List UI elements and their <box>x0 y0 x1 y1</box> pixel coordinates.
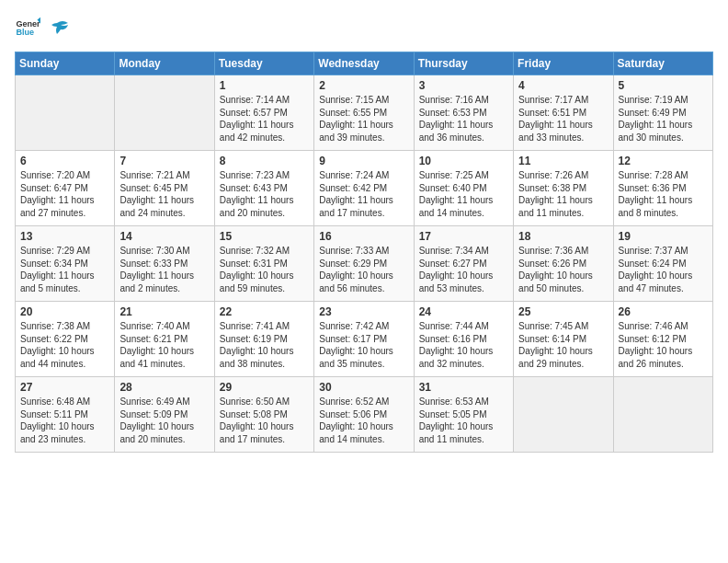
day-detail: Sunrise: 7:29 AM Sunset: 6:34 PM Dayligh… <box>20 245 109 294</box>
day-detail: Sunrise: 7:32 AM Sunset: 6:31 PM Dayligh… <box>220 245 309 294</box>
calendar-cell: 25Sunrise: 7:45 AM Sunset: 6:14 PM Dayli… <box>514 302 613 377</box>
day-header-sunday: Sunday <box>16 52 115 75</box>
day-number: 7 <box>119 155 209 167</box>
calendar-cell: 13Sunrise: 7:29 AM Sunset: 6:34 PM Dayli… <box>16 226 115 302</box>
day-detail: Sunrise: 7:36 AM Sunset: 6:26 PM Dayligh… <box>518 245 608 294</box>
day-header-thursday: Thursday <box>414 52 513 75</box>
calendar-cell: 21Sunrise: 7:40 AM Sunset: 6:21 PM Dayli… <box>115 302 214 377</box>
calendar-cell <box>16 75 115 151</box>
day-number: 28 <box>119 381 209 394</box>
day-detail: Sunrise: 7:25 AM Sunset: 6:40 PM Dayligh… <box>419 169 508 219</box>
day-number: 15 <box>220 230 309 243</box>
calendar-cell: 11Sunrise: 7:26 AM Sunset: 6:38 PM Dayli… <box>514 151 613 226</box>
day-detail: Sunrise: 7:33 AM Sunset: 6:29 PM Dayligh… <box>319 245 408 294</box>
day-number: 16 <box>319 230 408 243</box>
calendar-cell: 4Sunrise: 7:17 AM Sunset: 6:51 PM Daylig… <box>514 75 613 151</box>
day-detail: Sunrise: 7:37 AM Sunset: 6:24 PM Dayligh… <box>619 245 708 294</box>
day-number: 19 <box>619 230 708 243</box>
day-detail: Sunrise: 7:20 AM Sunset: 6:47 PM Dayligh… <box>20 169 109 219</box>
day-detail: Sunrise: 7:41 AM Sunset: 6:19 PM Dayligh… <box>220 320 309 370</box>
calendar-cell: 5Sunrise: 7:19 AM Sunset: 6:49 PM Daylig… <box>613 75 712 151</box>
day-detail: Sunrise: 7:40 AM Sunset: 6:21 PM Dayligh… <box>119 320 209 370</box>
logo-bird-icon <box>50 17 70 38</box>
day-number: 29 <box>220 381 309 394</box>
calendar-cell: 26Sunrise: 7:46 AM Sunset: 6:12 PM Dayli… <box>613 302 712 377</box>
day-number: 4 <box>518 79 608 92</box>
calendar-cell: 7Sunrise: 7:21 AM Sunset: 6:45 PM Daylig… <box>115 151 214 226</box>
day-number: 14 <box>119 230 209 243</box>
calendar-cell: 16Sunrise: 7:33 AM Sunset: 6:29 PM Dayli… <box>314 226 414 302</box>
day-detail: Sunrise: 7:45 AM Sunset: 6:14 PM Dayligh… <box>518 320 608 370</box>
calendar-table: SundayMondayTuesdayWednesdayThursdayFrid… <box>15 52 713 453</box>
day-detail: Sunrise: 6:53 AM Sunset: 5:05 PM Dayligh… <box>419 396 508 445</box>
calendar-cell: 23Sunrise: 7:42 AM Sunset: 6:17 PM Dayli… <box>314 302 414 377</box>
day-detail: Sunrise: 7:14 AM Sunset: 6:57 PM Dayligh… <box>220 94 309 144</box>
calendar-cell <box>613 377 712 453</box>
calendar-cell: 2Sunrise: 7:15 AM Sunset: 6:55 PM Daylig… <box>314 75 414 151</box>
day-detail: Sunrise: 7:42 AM Sunset: 6:17 PM Dayligh… <box>319 320 408 370</box>
day-detail: Sunrise: 7:38 AM Sunset: 6:22 PM Dayligh… <box>20 320 109 370</box>
day-number: 2 <box>319 79 408 92</box>
day-number: 6 <box>20 155 109 167</box>
day-detail: Sunrise: 7:23 AM Sunset: 6:43 PM Dayligh… <box>220 169 309 219</box>
day-number: 26 <box>619 305 708 318</box>
day-header-friday: Friday <box>514 52 613 75</box>
calendar-cell: 20Sunrise: 7:38 AM Sunset: 6:22 PM Dayli… <box>16 302 115 377</box>
calendar-cell: 22Sunrise: 7:41 AM Sunset: 6:19 PM Dayli… <box>214 302 313 377</box>
day-detail: Sunrise: 6:49 AM Sunset: 5:09 PM Dayligh… <box>119 396 209 445</box>
day-header-saturday: Saturday <box>613 52 712 75</box>
day-header-wednesday: Wednesday <box>314 52 414 75</box>
calendar-cell: 14Sunrise: 7:30 AM Sunset: 6:33 PM Dayli… <box>115 226 214 302</box>
calendar-cell: 28Sunrise: 6:49 AM Sunset: 5:09 PM Dayli… <box>115 377 214 453</box>
day-header-monday: Monday <box>115 52 214 75</box>
week-row-3: 13Sunrise: 7:29 AM Sunset: 6:34 PM Dayli… <box>16 226 713 302</box>
week-row-4: 20Sunrise: 7:38 AM Sunset: 6:22 PM Dayli… <box>16 302 713 377</box>
day-number: 12 <box>619 155 708 167</box>
day-detail: Sunrise: 6:50 AM Sunset: 5:08 PM Dayligh… <box>220 396 309 445</box>
day-detail: Sunrise: 7:26 AM Sunset: 6:38 PM Dayligh… <box>518 169 608 219</box>
day-number: 24 <box>419 305 508 318</box>
day-number: 11 <box>518 155 608 167</box>
day-number: 21 <box>119 305 209 318</box>
day-number: 20 <box>20 305 109 318</box>
calendar-cell: 18Sunrise: 7:36 AM Sunset: 6:26 PM Dayli… <box>514 226 613 302</box>
day-detail: Sunrise: 7:21 AM Sunset: 6:45 PM Dayligh… <box>119 169 209 219</box>
day-detail: Sunrise: 7:44 AM Sunset: 6:16 PM Dayligh… <box>419 320 508 370</box>
day-number: 8 <box>220 155 309 167</box>
day-detail: Sunrise: 6:48 AM Sunset: 5:11 PM Dayligh… <box>20 396 109 445</box>
calendar-cell: 9Sunrise: 7:24 AM Sunset: 6:42 PM Daylig… <box>314 151 414 226</box>
day-header-tuesday: Tuesday <box>214 52 313 75</box>
calendar-cell: 27Sunrise: 6:48 AM Sunset: 5:11 PM Dayli… <box>16 377 115 453</box>
svg-text:Blue: Blue <box>16 28 34 37</box>
day-detail: Sunrise: 7:17 AM Sunset: 6:51 PM Dayligh… <box>518 94 608 144</box>
week-row-2: 6Sunrise: 7:20 AM Sunset: 6:47 PM Daylig… <box>16 151 713 226</box>
day-detail: Sunrise: 7:24 AM Sunset: 6:42 PM Dayligh… <box>319 169 408 219</box>
calendar-cell: 30Sunrise: 6:52 AM Sunset: 5:06 PM Dayli… <box>314 377 414 453</box>
day-number: 22 <box>220 305 309 318</box>
svg-text:General: General <box>16 19 40 29</box>
calendar-cell: 3Sunrise: 7:16 AM Sunset: 6:53 PM Daylig… <box>414 75 513 151</box>
day-detail: Sunrise: 7:34 AM Sunset: 6:27 PM Dayligh… <box>419 245 508 294</box>
day-number: 23 <box>319 305 408 318</box>
calendar-cell: 10Sunrise: 7:25 AM Sunset: 6:40 PM Dayli… <box>414 151 513 226</box>
day-number: 10 <box>419 155 508 167</box>
day-detail: Sunrise: 7:15 AM Sunset: 6:55 PM Dayligh… <box>319 94 408 144</box>
calendar-cell <box>514 377 613 453</box>
week-row-5: 27Sunrise: 6:48 AM Sunset: 5:11 PM Dayli… <box>16 377 713 453</box>
day-number: 1 <box>220 79 309 92</box>
page-header: General Blue <box>15 15 713 40</box>
day-number: 30 <box>319 381 408 394</box>
calendar-cell: 8Sunrise: 7:23 AM Sunset: 6:43 PM Daylig… <box>214 151 313 226</box>
logo: General Blue <box>15 15 70 40</box>
week-row-1: 1Sunrise: 7:14 AM Sunset: 6:57 PM Daylig… <box>16 75 713 151</box>
calendar-cell: 15Sunrise: 7:32 AM Sunset: 6:31 PM Dayli… <box>214 226 313 302</box>
day-number: 31 <box>419 381 508 394</box>
calendar-cell: 1Sunrise: 7:14 AM Sunset: 6:57 PM Daylig… <box>214 75 313 151</box>
calendar-cell <box>115 75 214 151</box>
logo-icon: General Blue <box>15 15 40 40</box>
calendar-cell: 31Sunrise: 6:53 AM Sunset: 5:05 PM Dayli… <box>414 377 513 453</box>
day-detail: Sunrise: 6:52 AM Sunset: 5:06 PM Dayligh… <box>319 396 408 445</box>
day-number: 27 <box>20 381 109 394</box>
day-detail: Sunrise: 7:28 AM Sunset: 6:36 PM Dayligh… <box>619 169 708 219</box>
calendar-cell: 6Sunrise: 7:20 AM Sunset: 6:47 PM Daylig… <box>16 151 115 226</box>
